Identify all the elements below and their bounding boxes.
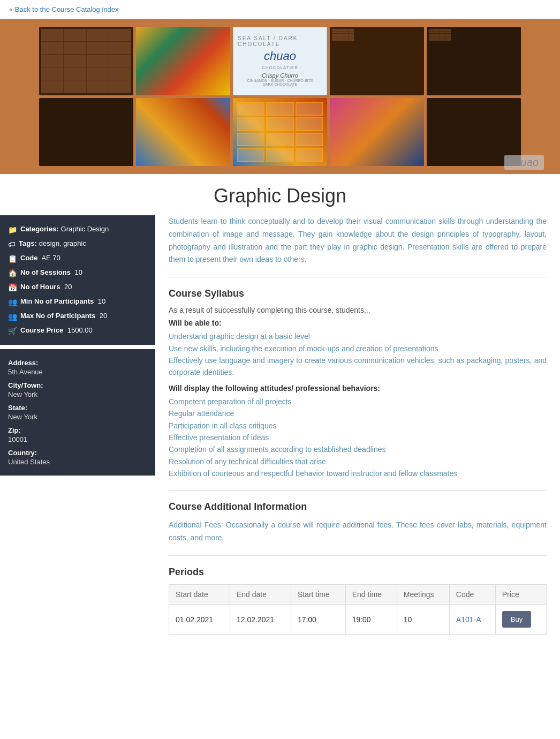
chocolate-bar-8 [330,98,424,167]
max-participants-value: 20 [100,312,107,320]
course-description: Students learn to think conceptually and… [169,215,547,277]
code-icon: 📋 [8,254,17,263]
content-area: 📁 Categories:Graphic Design 🏷 Tags:desig… [0,215,560,661]
price-value: 1500.00 [67,326,93,334]
address-value: 5th Avenue [8,368,147,376]
th-end-date: End date [230,585,291,605]
syllabus-heading: Course Syllabus [169,288,547,299]
state-label: State: [8,404,147,412]
sessions-value: 10 [75,268,82,276]
min-participants-value: 10 [98,297,105,305]
display-item-3: Participation in all class critiques [169,420,547,432]
max-participants-row: 👥 Max No of Participants 20 [8,312,147,321]
td-meetings: 10 [397,605,449,635]
th-start-time: Start time [291,585,345,605]
hours-label: No of Hours [20,283,60,291]
min-participants-row: 👥 Min No of Participants 10 [8,297,147,306]
td-end-date: 12.02.2021 [230,605,291,635]
able-item-3: Effectively use language and imagery to … [169,355,547,379]
chocolate-bar-6 [136,98,230,167]
display-item-7: Exhibition of courteous and respectful b… [169,467,547,479]
th-code: Code [449,585,495,605]
categories-value: Graphic Design [61,225,109,233]
tags-value: design, graphic [39,239,86,247]
display-item-6: Resolution of any technical difficulties… [169,456,547,467]
th-end-time: End time [345,585,397,605]
address-label: Address: [8,359,147,367]
display-item-2: Regular attendance [169,408,547,419]
chocolate-bar-5 [39,98,133,167]
hours-row: 📅 No of Hours 20 [8,283,147,292]
code-value: AE 70 [41,254,60,262]
th-start-date: Start date [169,585,230,605]
table-row: 01.02.2021 12.02.2021 17:00 19:00 10 A10… [169,605,547,635]
max-participants-icon: 👥 [8,312,17,321]
display-item-5: Completion of all assignments according … [169,443,547,455]
hours-icon: 📅 [8,283,17,292]
td-end-time: 19:00 [345,605,397,635]
able-item-2: Use new skills, including the execution … [169,343,547,355]
course-title: Graphic Design [0,174,560,215]
sessions-icon: 🏠 [8,269,17,277]
tags-label: Tags: [19,239,37,247]
display-heading: Will display the following attitudes/ pr… [169,384,547,393]
additional-text: Additional Fees: Occasionally a course w… [169,519,547,545]
td-start-time: 17:00 [291,605,345,635]
categories-icon: 📁 [8,225,17,234]
td-price: Buy [495,605,546,635]
able-item-1: Understand graphic design at a basic lev… [169,330,547,342]
tags-icon: 🏷 [8,240,16,248]
th-meetings: Meetings [397,585,449,605]
back-link[interactable]: « Back to the Course Catalog index [9,5,119,13]
hero-image: SEA SALT / DARK CHOCOLATE chuao CHOCOLAT… [0,19,560,174]
th-price: Price [495,585,546,605]
table-header-row: Start date End date Start time End time … [169,585,547,605]
buy-button[interactable]: Buy [502,611,531,628]
td-code: A101-A [449,605,495,635]
chocolate-bar-4 [427,27,521,95]
country-label: Country: [8,449,147,457]
display-item-4: Effective presentation of ideas [169,432,547,443]
code-label: Code [20,254,38,262]
td-start-date: 01.02.2021 [169,605,230,635]
city-label: City/Town: [8,381,147,389]
periods-section: Periods Start date End date Start time E… [169,567,547,645]
sessions-label: No of Sessions [20,268,71,276]
chocolate-bar-1 [39,27,133,95]
chocolate-bar-7 [233,98,327,167]
zip-value: 10001 [8,435,147,443]
syllabus-intro: As a result of successfully completing t… [169,306,547,314]
min-participants-icon: 👥 [8,298,17,306]
chocolate-bar-chuao: SEA SALT / DARK CHOCOLATE chuao CHOCOLAT… [233,27,327,95]
sidebar-info-box: 📁 Categories:Graphic Design 🏷 Tags:desig… [0,215,155,345]
min-participants-label: Min No of Participants [20,297,94,305]
price-icon: 🛒 [8,327,17,335]
categories-row: 📁 Categories:Graphic Design [8,225,147,234]
max-participants-label: Max No of Participants [20,312,95,320]
additional-section: Course Additional Information Additional… [169,501,547,556]
code-link[interactable]: A101-A [456,615,481,624]
zip-label: Zip: [8,426,147,434]
code-row: 📋 Code AE 70 [8,254,147,263]
chuao-label: chuao [504,155,544,170]
chocolate-bar-3 [330,27,424,95]
periods-table: Start date End date Start time End time … [169,584,547,635]
able-heading: Will be able to: [169,319,547,327]
country-value: United States [8,458,147,466]
display-item-1: Competent preparation of all projects [169,396,547,408]
categories-label: Categories: [20,225,59,233]
additional-heading: Course Additional Information [169,501,547,512]
tags-row: 🏷 Tags:design, graphic [8,239,147,248]
periods-heading: Periods [169,567,547,578]
sidebar: 📁 Categories:Graphic Design 🏷 Tags:desig… [0,215,155,645]
state-value: New York [8,413,147,421]
city-value: New York [8,390,147,398]
hours-value: 20 [64,283,72,291]
chocolate-bar-2 [136,27,230,95]
syllabus-section: Course Syllabus As a result of successfu… [169,288,547,491]
sidebar-address-box: Address: 5th Avenue City/Town: New York … [0,349,155,476]
price-label: Course Price [20,326,63,334]
back-link-container: « Back to the Course Catalog index [0,0,560,19]
main-content: Students learn to think conceptually and… [155,215,560,645]
price-row: 🛒 Course Price 1500.00 [8,326,147,335]
